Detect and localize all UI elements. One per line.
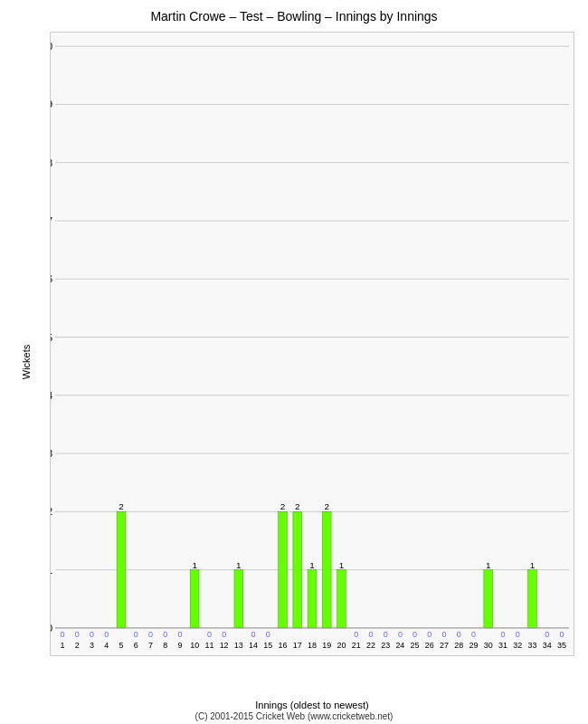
svg-text:24: 24 <box>395 641 404 650</box>
svg-text:7: 7 <box>51 215 52 226</box>
svg-text:1: 1 <box>236 560 242 570</box>
svg-text:1: 1 <box>51 565 52 576</box>
svg-text:0: 0 <box>559 630 564 639</box>
svg-text:29: 29 <box>469 641 479 650</box>
svg-text:0: 0 <box>177 630 182 639</box>
svg-text:10: 10 <box>51 41 52 52</box>
svg-text:22: 22 <box>366 641 375 650</box>
svg-text:0: 0 <box>471 630 476 639</box>
svg-text:9: 9 <box>51 99 52 110</box>
svg-text:1: 1 <box>486 560 491 570</box>
svg-text:13: 13 <box>234 641 243 650</box>
svg-text:1: 1 <box>309 560 315 570</box>
svg-text:0: 0 <box>500 630 505 639</box>
svg-text:0: 0 <box>368 630 373 639</box>
svg-rect-41 <box>190 570 199 628</box>
svg-text:10: 10 <box>190 641 199 650</box>
svg-text:9: 9 <box>177 641 182 650</box>
svg-rect-88 <box>484 570 493 628</box>
svg-text:0: 0 <box>104 630 109 639</box>
svg-text:21: 21 <box>352 641 361 650</box>
svg-text:0: 0 <box>207 630 212 639</box>
svg-text:1: 1 <box>61 641 65 650</box>
svg-text:0: 0 <box>413 630 417 639</box>
svg-text:25: 25 <box>411 641 420 650</box>
svg-text:26: 26 <box>425 641 434 650</box>
chart-title: Martin Crowe – Test – Bowling – Innings … <box>0 0 588 28</box>
svg-text:27: 27 <box>440 641 449 650</box>
svg-text:0: 0 <box>90 630 94 639</box>
svg-text:0: 0 <box>442 630 447 639</box>
svg-text:4: 4 <box>51 390 52 401</box>
svg-text:3: 3 <box>51 448 52 459</box>
svg-text:0: 0 <box>163 630 167 639</box>
svg-rect-58 <box>293 511 302 628</box>
svg-text:6: 6 <box>51 273 52 284</box>
svg-text:32: 32 <box>513 641 522 650</box>
svg-text:8: 8 <box>163 641 167 650</box>
svg-text:2: 2 <box>119 501 124 511</box>
svg-text:2: 2 <box>295 501 300 511</box>
svg-text:20: 20 <box>337 641 346 650</box>
svg-text:0: 0 <box>51 623 52 634</box>
svg-text:12: 12 <box>220 641 229 650</box>
x-axis-label: Innings (oldest to newest) <box>50 700 574 710</box>
svg-text:0: 0 <box>148 630 153 639</box>
svg-text:1: 1 <box>192 560 197 570</box>
svg-text:0: 0 <box>545 630 549 639</box>
svg-text:0: 0 <box>266 630 270 639</box>
svg-text:35: 35 <box>557 641 566 650</box>
svg-text:34: 34 <box>543 641 552 650</box>
svg-text:28: 28 <box>454 641 463 650</box>
svg-rect-64 <box>322 511 331 628</box>
svg-text:6: 6 <box>134 641 138 650</box>
svg-rect-55 <box>279 511 288 628</box>
svg-text:19: 19 <box>322 641 331 650</box>
svg-text:31: 31 <box>498 641 507 650</box>
svg-text:30: 30 <box>484 641 493 650</box>
svg-text:0: 0 <box>75 630 80 639</box>
svg-rect-48 <box>234 570 243 628</box>
svg-text:2: 2 <box>75 641 80 650</box>
svg-text:0: 0 <box>222 630 226 639</box>
svg-text:5: 5 <box>51 332 52 343</box>
svg-text:23: 23 <box>381 641 390 650</box>
svg-text:1: 1 <box>530 560 536 570</box>
chart-area: 0123456789100102030425060708091100110121… <box>50 32 574 656</box>
svg-text:0: 0 <box>134 630 138 639</box>
svg-rect-61 <box>308 570 317 628</box>
svg-text:17: 17 <box>293 641 302 650</box>
svg-rect-95 <box>528 570 537 628</box>
svg-text:7: 7 <box>148 641 153 650</box>
chart-container: Martin Crowe – Test – Bowling – Innings … <box>0 0 588 724</box>
svg-text:14: 14 <box>249 641 258 650</box>
svg-text:0: 0 <box>457 630 461 639</box>
svg-rect-30 <box>117 511 126 628</box>
svg-text:0: 0 <box>384 630 388 639</box>
svg-rect-67 <box>337 570 346 628</box>
svg-text:18: 18 <box>308 641 317 650</box>
svg-text:11: 11 <box>204 641 213 650</box>
svg-text:15: 15 <box>263 641 272 650</box>
svg-text:4: 4 <box>104 641 109 650</box>
svg-text:5: 5 <box>119 641 124 650</box>
svg-text:0: 0 <box>427 630 432 639</box>
y-axis-label: Wickets <box>21 345 32 380</box>
copyright-text: (C) 2001-2015 Cricket Web (www.cricketwe… <box>0 711 588 721</box>
svg-text:8: 8 <box>51 157 52 168</box>
svg-text:1: 1 <box>339 560 345 570</box>
svg-text:33: 33 <box>527 641 536 650</box>
svg-text:2: 2 <box>51 506 52 517</box>
chart-svg: 0123456789100102030425060708091100110121… <box>51 33 574 655</box>
svg-text:0: 0 <box>516 630 520 639</box>
svg-text:0: 0 <box>61 630 65 639</box>
svg-text:2: 2 <box>324 501 329 511</box>
svg-text:3: 3 <box>90 641 94 650</box>
svg-text:0: 0 <box>251 630 256 639</box>
svg-text:0: 0 <box>398 630 403 639</box>
svg-text:16: 16 <box>279 641 288 650</box>
svg-text:0: 0 <box>354 630 358 639</box>
svg-text:2: 2 <box>280 501 286 511</box>
